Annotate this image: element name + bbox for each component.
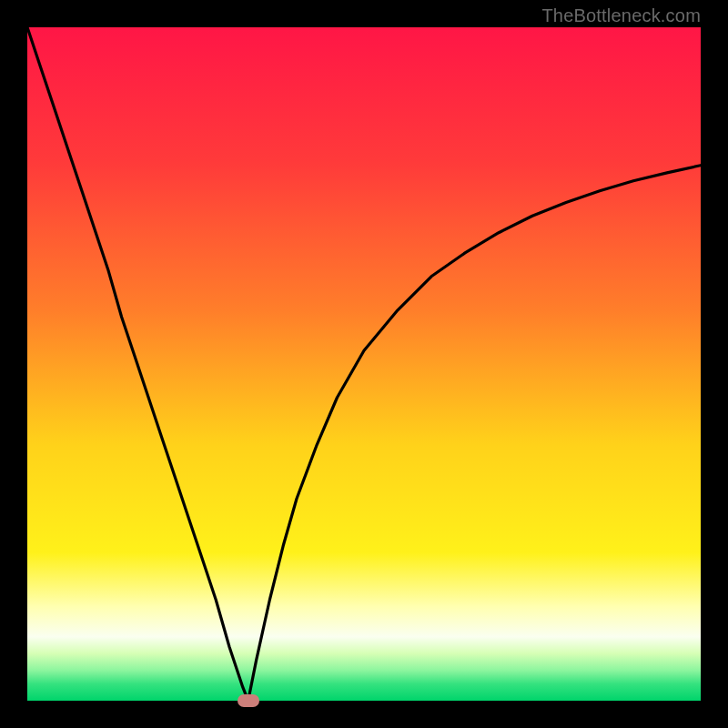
watermark-text: TheBottleneck.com: [541, 5, 701, 26]
chart-frame: [27, 27, 701, 701]
curve-left-branch: [27, 27, 248, 701]
bottleneck-curve: [27, 27, 701, 701]
optimal-marker: [238, 694, 259, 707]
curve-right-branch: [248, 166, 701, 701]
